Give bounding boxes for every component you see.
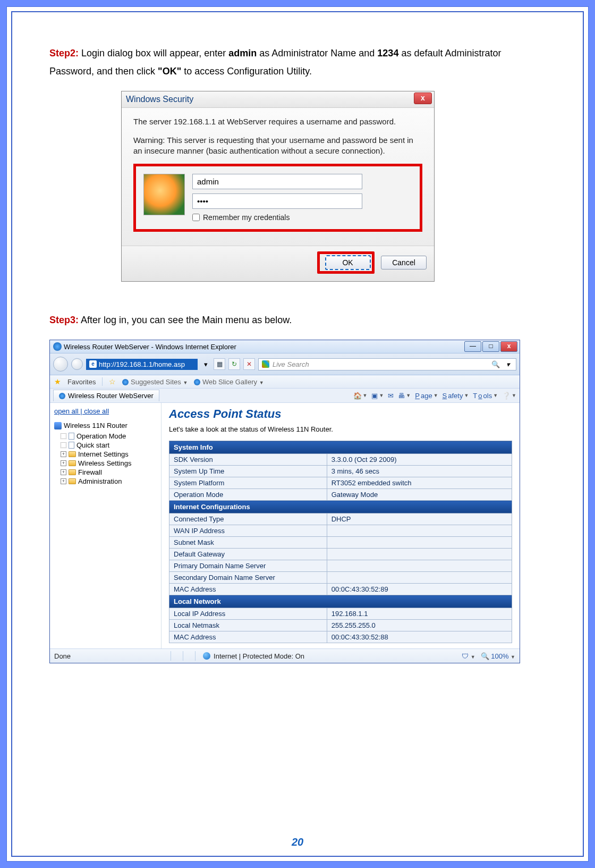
tools-menu[interactable]: Tools ▼ xyxy=(473,392,498,400)
search-placeholder: Live Search xyxy=(273,360,309,368)
tree-root[interactable]: Wireless 11N Router xyxy=(54,422,157,429)
router-icon xyxy=(54,422,62,429)
table-cell-key: Primary Domain Name Server xyxy=(169,560,327,572)
windows-security-dialog: Windows Security x The server 192.168.1.… xyxy=(121,91,435,282)
dialog-message-1: The server 192.168.1.1 at WebServer requ… xyxy=(133,116,422,127)
suggested-sites-link[interactable]: Suggested Sites ▼ xyxy=(122,378,188,386)
table-section-header: System Info xyxy=(169,441,512,454)
table-cell-value xyxy=(327,537,512,549)
ie-logo-icon xyxy=(59,393,65,399)
table-row: MAC Address00:0C:43:30:52:88 xyxy=(169,631,512,643)
table-row: Subnet Mask xyxy=(169,537,512,549)
status-bar: Done Internet | Protected Mode: On 🛡 ▼ 🔍… xyxy=(50,648,520,663)
table-cell-value: 3.3.0.0 (Oct 29 2009) xyxy=(327,454,512,466)
tree-item[interactable]: +Wireless Settings xyxy=(54,459,157,468)
tab-active[interactable]: Wireless Router WebServer xyxy=(53,390,159,401)
url-field[interactable]: e http://192.168.1.1/home.asp xyxy=(86,359,198,370)
table-row: System Up Time3 mins, 46 secs xyxy=(169,466,512,477)
username-input[interactable] xyxy=(192,174,362,189)
address-bar-row: e http://192.168.1.1/home.asp ▾ ▦ ↻ ✕ Li… xyxy=(50,353,520,375)
home-icon[interactable]: 🏠 ▼ xyxy=(353,392,368,400)
tree-item[interactable]: +Internet Settings xyxy=(54,450,157,459)
table-cell-value: 255.255.255.0 xyxy=(327,620,512,631)
help-icon[interactable]: ❔▼ xyxy=(502,392,516,400)
search-dropdown-icon[interactable]: ▾ xyxy=(503,360,513,368)
page-icon xyxy=(69,433,74,440)
maximize-icon[interactable]: □ xyxy=(482,341,499,352)
table-cell-key: Subnet Mask xyxy=(169,537,327,549)
leaf-icon[interactable] xyxy=(61,442,66,448)
tree-item[interactable]: +Firewall xyxy=(54,468,157,477)
tree-item[interactable]: Quick start xyxy=(54,441,157,450)
page-icon xyxy=(69,442,74,449)
forward-button-icon[interactable] xyxy=(71,358,83,370)
zoom-control[interactable]: 🔍 100% ▼ xyxy=(481,652,515,660)
url-dropdown-icon[interactable]: ▾ xyxy=(201,360,210,368)
stop-icon[interactable]: ✕ xyxy=(243,358,255,370)
folder-icon xyxy=(69,451,76,457)
add-favorite-star-icon[interactable]: ☆ xyxy=(109,377,116,386)
table-cell-value: 00:0C:43:30:52:88 xyxy=(327,631,512,643)
search-icon[interactable]: 🔍 xyxy=(491,360,500,368)
dialog-message-2: Warning: This server is requesting that … xyxy=(133,135,422,157)
tab-bar: Wireless Router WebServer 🏠 ▼ ▣ ▼ ✉ 🖶 ▼ … xyxy=(50,389,520,403)
zone-icon xyxy=(203,652,210,660)
ok-button[interactable]: OK xyxy=(325,255,371,270)
table-cell-key: System Up Time xyxy=(169,466,327,477)
table-cell-key: Operation Mode xyxy=(169,489,327,501)
compat-view-icon[interactable]: ▦ xyxy=(214,358,225,370)
folder-icon xyxy=(69,469,76,475)
tab-label: Wireless Router WebServer xyxy=(68,392,154,400)
back-button-icon[interactable] xyxy=(53,357,68,372)
table-cell-value: Gateway Mode xyxy=(327,489,512,501)
tree-item-label: Internet Settings xyxy=(78,450,129,458)
tree-item-label: Administration xyxy=(78,477,122,485)
expand-icon[interactable]: + xyxy=(61,478,66,484)
webslice-link[interactable]: Web Slice Gallery ▼ xyxy=(194,378,264,386)
print-icon[interactable]: 🖶 ▼ xyxy=(398,392,411,400)
ok-highlight-box: OK xyxy=(317,251,375,274)
favorites-star-icon[interactable]: ★ xyxy=(54,377,61,386)
table-row: System PlatformRT3052 embedded switch xyxy=(169,477,512,489)
minimize-icon[interactable]: — xyxy=(464,341,481,352)
safety-menu[interactable]: Safety ▼ xyxy=(443,392,469,400)
table-cell-value: 00:0C:43:30:52:89 xyxy=(327,584,512,595)
security-zone: Internet | Protected Mode: On xyxy=(214,652,304,660)
password-input[interactable] xyxy=(192,193,362,209)
dialog-title: Windows Security xyxy=(126,95,193,104)
readmail-icon[interactable]: ✉ xyxy=(388,392,394,400)
close-icon[interactable]: x xyxy=(500,341,517,352)
tree-item[interactable]: Operation Mode xyxy=(54,432,157,441)
protected-mode-icon[interactable]: 🛡 ▼ xyxy=(462,652,475,660)
page-menu[interactable]: Page ▼ xyxy=(415,392,438,400)
search-provider-icon xyxy=(262,360,269,368)
close-icon[interactable]: x xyxy=(414,92,432,104)
search-input[interactable]: Live Search 🔍 ▾ xyxy=(258,358,516,370)
ie-small-icon xyxy=(122,379,129,385)
remember-row: Remember my credentials xyxy=(192,213,412,222)
table-row: Operation ModeGateway Mode xyxy=(169,489,512,501)
remember-label: Remember my credentials xyxy=(203,213,290,222)
open-close-all-link[interactable]: open all | close all xyxy=(54,407,157,415)
table-cell-key: Local IP Address xyxy=(169,608,327,620)
table-cell-key: WAN IP Address xyxy=(169,525,327,537)
table-cell-key: Default Gateway xyxy=(169,549,327,560)
leaf-icon[interactable] xyxy=(61,433,66,439)
cancel-button[interactable]: Cancel xyxy=(381,256,427,269)
table-cell-key: SDK Version xyxy=(169,454,327,466)
expand-icon[interactable]: + xyxy=(61,469,66,475)
tree-item[interactable]: +Administration xyxy=(54,477,157,486)
feeds-icon[interactable]: ▣ ▼ xyxy=(371,392,384,400)
status-done: Done xyxy=(54,652,71,660)
expand-icon[interactable]: + xyxy=(61,460,66,466)
expand-icon[interactable]: + xyxy=(61,451,66,457)
step2-paragraph: Step2: Login dialog box will appear, ent… xyxy=(49,44,546,80)
refresh-icon[interactable]: ↻ xyxy=(228,358,240,370)
favorites-label[interactable]: Favorites xyxy=(67,378,96,386)
table-cell-key: Local Netmask xyxy=(169,620,327,631)
table-row: Local IP Address192.168.1.1 xyxy=(169,608,512,620)
table-cell-value xyxy=(327,549,512,560)
page-number: 20 xyxy=(12,836,583,848)
remember-checkbox[interactable] xyxy=(192,214,200,221)
ie-titlebar: Wireless Router WebServer - Windows Inte… xyxy=(50,340,520,353)
